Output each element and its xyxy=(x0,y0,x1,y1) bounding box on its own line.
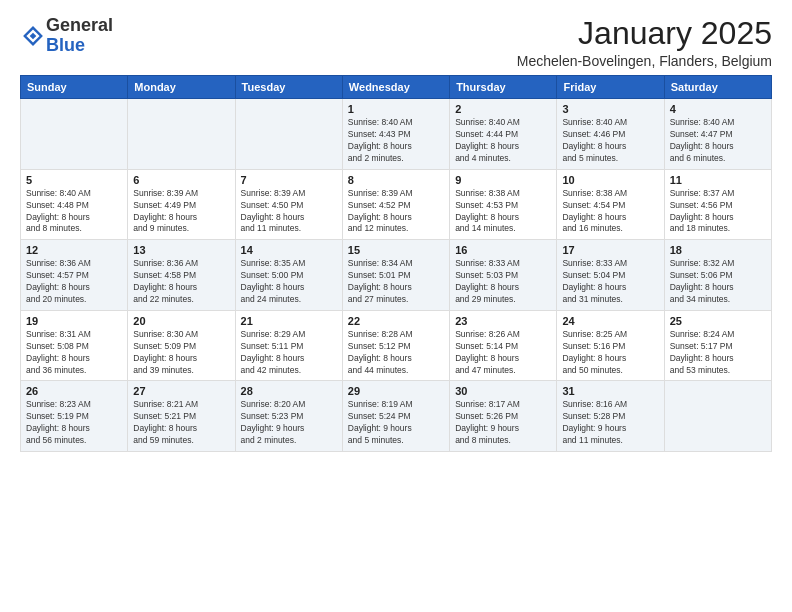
day-number: 11 xyxy=(670,174,766,186)
weekday-header-row: Sunday Monday Tuesday Wednesday Thursday… xyxy=(21,76,772,99)
day-number: 23 xyxy=(455,315,551,327)
day-info: Sunrise: 8:37 AM Sunset: 4:56 PM Dayligh… xyxy=(670,188,766,236)
day-info: Sunrise: 8:34 AM Sunset: 5:01 PM Dayligh… xyxy=(348,258,444,306)
day-info: Sunrise: 8:26 AM Sunset: 5:14 PM Dayligh… xyxy=(455,329,551,377)
table-row: 7Sunrise: 8:39 AM Sunset: 4:50 PM Daylig… xyxy=(235,169,342,240)
page: General Blue January 2025 Mechelen-Bovel… xyxy=(0,0,792,612)
week-row-4: 26Sunrise: 8:23 AM Sunset: 5:19 PM Dayli… xyxy=(21,381,772,452)
table-row xyxy=(664,381,771,452)
logo-icon xyxy=(22,25,44,47)
table-row: 18Sunrise: 8:32 AM Sunset: 5:06 PM Dayli… xyxy=(664,240,771,311)
day-number: 31 xyxy=(562,385,658,397)
table-row: 16Sunrise: 8:33 AM Sunset: 5:03 PM Dayli… xyxy=(450,240,557,311)
day-number: 17 xyxy=(562,244,658,256)
table-row: 19Sunrise: 8:31 AM Sunset: 5:08 PM Dayli… xyxy=(21,310,128,381)
day-number: 25 xyxy=(670,315,766,327)
day-number: 21 xyxy=(241,315,337,327)
header: General Blue January 2025 Mechelen-Bovel… xyxy=(20,16,772,69)
day-info: Sunrise: 8:24 AM Sunset: 5:17 PM Dayligh… xyxy=(670,329,766,377)
day-info: Sunrise: 8:40 AM Sunset: 4:47 PM Dayligh… xyxy=(670,117,766,165)
header-sunday: Sunday xyxy=(21,76,128,99)
day-info: Sunrise: 8:39 AM Sunset: 4:52 PM Dayligh… xyxy=(348,188,444,236)
day-info: Sunrise: 8:40 AM Sunset: 4:48 PM Dayligh… xyxy=(26,188,122,236)
day-number: 29 xyxy=(348,385,444,397)
day-info: Sunrise: 8:38 AM Sunset: 4:53 PM Dayligh… xyxy=(455,188,551,236)
table-row: 29Sunrise: 8:19 AM Sunset: 5:24 PM Dayli… xyxy=(342,381,449,452)
day-info: Sunrise: 8:16 AM Sunset: 5:28 PM Dayligh… xyxy=(562,399,658,447)
day-info: Sunrise: 8:23 AM Sunset: 5:19 PM Dayligh… xyxy=(26,399,122,447)
header-friday: Friday xyxy=(557,76,664,99)
day-info: Sunrise: 8:20 AM Sunset: 5:23 PM Dayligh… xyxy=(241,399,337,447)
day-number: 8 xyxy=(348,174,444,186)
day-info: Sunrise: 8:25 AM Sunset: 5:16 PM Dayligh… xyxy=(562,329,658,377)
header-saturday: Saturday xyxy=(664,76,771,99)
day-number: 9 xyxy=(455,174,551,186)
day-number: 27 xyxy=(133,385,229,397)
logo: General Blue xyxy=(20,16,113,56)
logo-general-text: General xyxy=(46,15,113,35)
day-info: Sunrise: 8:40 AM Sunset: 4:44 PM Dayligh… xyxy=(455,117,551,165)
day-number: 18 xyxy=(670,244,766,256)
table-row: 25Sunrise: 8:24 AM Sunset: 5:17 PM Dayli… xyxy=(664,310,771,381)
day-info: Sunrise: 8:36 AM Sunset: 4:58 PM Dayligh… xyxy=(133,258,229,306)
table-row: 3Sunrise: 8:40 AM Sunset: 4:46 PM Daylig… xyxy=(557,99,664,170)
logo-blue-text: Blue xyxy=(46,35,85,55)
table-row: 1Sunrise: 8:40 AM Sunset: 4:43 PM Daylig… xyxy=(342,99,449,170)
day-info: Sunrise: 8:32 AM Sunset: 5:06 PM Dayligh… xyxy=(670,258,766,306)
day-number: 7 xyxy=(241,174,337,186)
day-info: Sunrise: 8:35 AM Sunset: 5:00 PM Dayligh… xyxy=(241,258,337,306)
day-number: 22 xyxy=(348,315,444,327)
day-info: Sunrise: 8:38 AM Sunset: 4:54 PM Dayligh… xyxy=(562,188,658,236)
table-row: 21Sunrise: 8:29 AM Sunset: 5:11 PM Dayli… xyxy=(235,310,342,381)
header-tuesday: Tuesday xyxy=(235,76,342,99)
header-monday: Monday xyxy=(128,76,235,99)
day-number: 19 xyxy=(26,315,122,327)
table-row: 23Sunrise: 8:26 AM Sunset: 5:14 PM Dayli… xyxy=(450,310,557,381)
day-number: 1 xyxy=(348,103,444,115)
day-info: Sunrise: 8:30 AM Sunset: 5:09 PM Dayligh… xyxy=(133,329,229,377)
table-row: 9Sunrise: 8:38 AM Sunset: 4:53 PM Daylig… xyxy=(450,169,557,240)
day-number: 10 xyxy=(562,174,658,186)
day-info: Sunrise: 8:21 AM Sunset: 5:21 PM Dayligh… xyxy=(133,399,229,447)
table-row: 27Sunrise: 8:21 AM Sunset: 5:21 PM Dayli… xyxy=(128,381,235,452)
table-row xyxy=(235,99,342,170)
header-wednesday: Wednesday xyxy=(342,76,449,99)
week-row-3: 19Sunrise: 8:31 AM Sunset: 5:08 PM Dayli… xyxy=(21,310,772,381)
table-row: 28Sunrise: 8:20 AM Sunset: 5:23 PM Dayli… xyxy=(235,381,342,452)
table-row: 11Sunrise: 8:37 AM Sunset: 4:56 PM Dayli… xyxy=(664,169,771,240)
table-row: 17Sunrise: 8:33 AM Sunset: 5:04 PM Dayli… xyxy=(557,240,664,311)
day-info: Sunrise: 8:40 AM Sunset: 4:46 PM Dayligh… xyxy=(562,117,658,165)
day-number: 28 xyxy=(241,385,337,397)
day-number: 26 xyxy=(26,385,122,397)
day-info: Sunrise: 8:28 AM Sunset: 5:12 PM Dayligh… xyxy=(348,329,444,377)
day-number: 3 xyxy=(562,103,658,115)
header-thursday: Thursday xyxy=(450,76,557,99)
table-row: 2Sunrise: 8:40 AM Sunset: 4:44 PM Daylig… xyxy=(450,99,557,170)
table-row: 14Sunrise: 8:35 AM Sunset: 5:00 PM Dayli… xyxy=(235,240,342,311)
day-number: 20 xyxy=(133,315,229,327)
table-row: 8Sunrise: 8:39 AM Sunset: 4:52 PM Daylig… xyxy=(342,169,449,240)
table-row: 26Sunrise: 8:23 AM Sunset: 5:19 PM Dayli… xyxy=(21,381,128,452)
day-info: Sunrise: 8:36 AM Sunset: 4:57 PM Dayligh… xyxy=(26,258,122,306)
day-number: 2 xyxy=(455,103,551,115)
title-section: January 2025 Mechelen-Bovelingen, Flande… xyxy=(517,16,772,69)
week-row-0: 1Sunrise: 8:40 AM Sunset: 4:43 PM Daylig… xyxy=(21,99,772,170)
day-number: 30 xyxy=(455,385,551,397)
subtitle: Mechelen-Bovelingen, Flanders, Belgium xyxy=(517,53,772,69)
day-number: 4 xyxy=(670,103,766,115)
week-row-1: 5Sunrise: 8:40 AM Sunset: 4:48 PM Daylig… xyxy=(21,169,772,240)
table-row: 22Sunrise: 8:28 AM Sunset: 5:12 PM Dayli… xyxy=(342,310,449,381)
day-number: 16 xyxy=(455,244,551,256)
table-row: 10Sunrise: 8:38 AM Sunset: 4:54 PM Dayli… xyxy=(557,169,664,240)
day-info: Sunrise: 8:39 AM Sunset: 4:50 PM Dayligh… xyxy=(241,188,337,236)
day-info: Sunrise: 8:33 AM Sunset: 5:04 PM Dayligh… xyxy=(562,258,658,306)
day-number: 13 xyxy=(133,244,229,256)
table-row: 15Sunrise: 8:34 AM Sunset: 5:01 PM Dayli… xyxy=(342,240,449,311)
calendar: Sunday Monday Tuesday Wednesday Thursday… xyxy=(20,75,772,452)
day-number: 15 xyxy=(348,244,444,256)
day-info: Sunrise: 8:33 AM Sunset: 5:03 PM Dayligh… xyxy=(455,258,551,306)
day-info: Sunrise: 8:17 AM Sunset: 5:26 PM Dayligh… xyxy=(455,399,551,447)
table-row: 4Sunrise: 8:40 AM Sunset: 4:47 PM Daylig… xyxy=(664,99,771,170)
day-info: Sunrise: 8:39 AM Sunset: 4:49 PM Dayligh… xyxy=(133,188,229,236)
week-row-2: 12Sunrise: 8:36 AM Sunset: 4:57 PM Dayli… xyxy=(21,240,772,311)
